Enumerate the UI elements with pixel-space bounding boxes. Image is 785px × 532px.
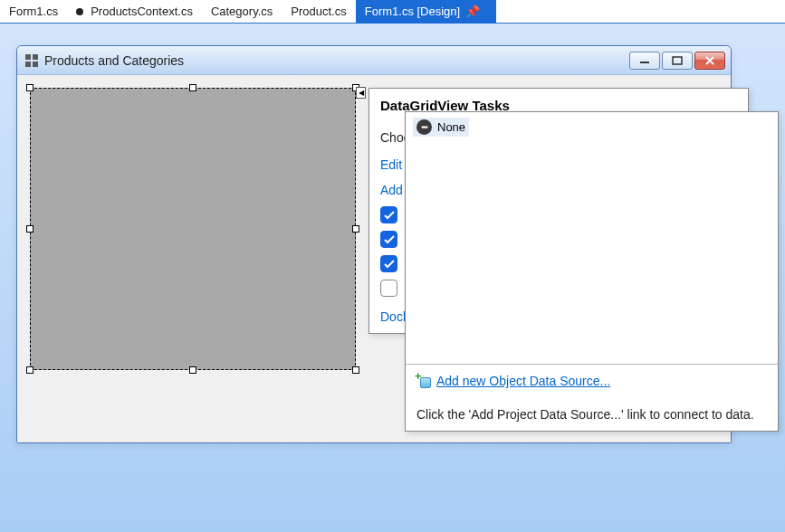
tab-category-cs[interactable]: Category.cs: [202, 0, 282, 24]
resize-handle-nw[interactable]: [26, 84, 34, 91]
enable-deleting-checkbox[interactable]: [380, 255, 397, 272]
minimize-button[interactable]: [629, 52, 660, 70]
resize-handle-n[interactable]: [189, 84, 196, 91]
form-titlebar: Products and Categories: [17, 46, 731, 75]
data-source-dropdown-popup: ━ None + Add new Object Data Source... C…: [405, 111, 779, 432]
none-icon: ━: [416, 119, 432, 135]
designed-form-window[interactable]: Products and Categories: [16, 45, 732, 443]
svg-rect-0: [25, 54, 31, 60]
new-data-source-icon: +: [416, 374, 431, 388]
resize-handle-w[interactable]: [26, 225, 34, 233]
data-source-help-text: Click the 'Add Project Data Source...' l…: [406, 397, 778, 431]
form-designer-surface[interactable]: Products and Categories: [0, 24, 785, 532]
tab-product-cs[interactable]: Product.cs: [282, 0, 355, 24]
data-source-footer: + Add new Object Data Source...: [406, 364, 778, 397]
add-new-object-data-source-link[interactable]: Add new Object Data Source...: [436, 374, 610, 388]
svg-rect-3: [33, 62, 38, 67]
resize-handle-e[interactable]: [352, 225, 359, 233]
window-chrome-buttons: [629, 52, 725, 70]
dirty-indicator-icon: [76, 8, 83, 15]
svg-rect-2: [25, 62, 31, 67]
tab-label: Form1.cs [Design]: [365, 5, 460, 18]
data-source-tree[interactable]: ━ None: [406, 112, 778, 364]
smart-tag-glyph-icon[interactable]: ◀: [356, 87, 366, 99]
tab-label: Product.cs: [291, 5, 346, 18]
tab-label: Category.cs: [211, 5, 273, 18]
resize-handle-sw[interactable]: [26, 366, 34, 374]
data-source-item-none[interactable]: ━ None: [413, 118, 469, 137]
tab-label: ProductsContext.cs: [91, 5, 193, 18]
add-new-object-data-source-row: + Add new Object Data Source...: [416, 374, 767, 388]
maximize-button[interactable]: [662, 52, 693, 70]
tab-label: Form1.cs: [9, 5, 58, 18]
enable-editing-checkbox[interactable]: [380, 231, 397, 248]
data-source-item-label: None: [437, 120, 465, 134]
datagrid-designer-selection[interactable]: ◀: [30, 88, 356, 370]
tab-productscontext-cs[interactable]: ProductsContext.cs: [67, 0, 202, 24]
datagridview-control[interactable]: [30, 88, 356, 370]
resize-handle-s[interactable]: [189, 366, 196, 374]
form-title: Products and Categories: [44, 53, 629, 68]
svg-rect-5: [673, 57, 682, 64]
close-button[interactable]: [694, 52, 725, 70]
enable-adding-checkbox[interactable]: [380, 206, 397, 223]
form-app-icon: [24, 53, 39, 68]
enable-column-reordering-checkbox[interactable]: [380, 280, 397, 297]
pin-icon: 📌: [465, 5, 480, 18]
resize-handle-se[interactable]: [352, 366, 359, 374]
tab-form1-design[interactable]: Form1.cs [Design] 📌: [356, 0, 496, 24]
tab-form1-cs[interactable]: Form1.cs: [0, 0, 67, 24]
svg-rect-4: [640, 62, 649, 63]
document-tab-strip: Form1.cs ProductsContext.cs Category.cs …: [0, 0, 785, 24]
svg-rect-1: [33, 54, 38, 60]
